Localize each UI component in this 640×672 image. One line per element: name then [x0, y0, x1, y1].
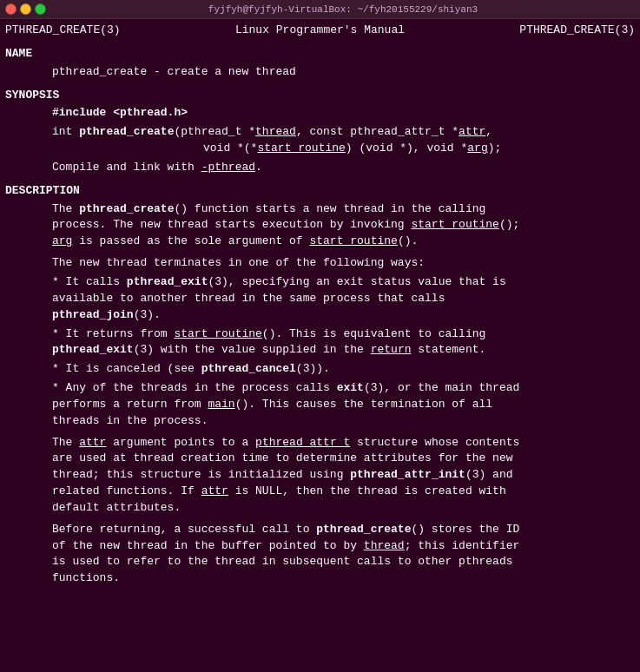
start-routine-ref2: start_routine	[309, 234, 397, 247]
bullet4: * Any of the threads in the process call…	[5, 380, 635, 430]
bullet2-end: statement.	[411, 343, 485, 356]
name-heading: NAME	[5, 46, 635, 63]
pthread-attr-t-ref: pthread_attr_t	[255, 436, 350, 449]
signature-line1: int pthread_create(pthread_t *thread, co…	[5, 124, 635, 141]
window-title: fyjfyh@fyjfyh-VirtualBox: ~/fyh20155229/…	[51, 4, 635, 15]
minimize-button[interactable]	[20, 3, 31, 15]
p4-line4: functions.	[52, 571, 120, 584]
desc-para3: The attr argument points to a pthread_at…	[5, 435, 635, 517]
p3-line3: thread; this structure is initialized us…	[52, 468, 350, 481]
pthread-attr-init-ref: pthread_attr_init	[350, 468, 465, 481]
include-line: #include <pthread.h>	[5, 105, 635, 122]
compile-period: .	[255, 161, 262, 174]
exit-ref: exit	[337, 381, 364, 394]
pthread-create-ref2: pthread_create	[316, 523, 411, 536]
p3-line2: are used at thread creation time to dete…	[52, 451, 513, 464]
attr-ref2: attr	[201, 484, 228, 497]
description-section: DESCRIPTION The pthread_create() functio…	[5, 183, 635, 587]
description-heading: DESCRIPTION	[5, 183, 635, 200]
attr-param: attr	[459, 125, 485, 138]
bullet1: * It calls pthread_exit(3), specifying a…	[5, 274, 635, 324]
bullet2-rest: (3) with the value supplied in the	[134, 343, 371, 356]
arg-param: arg	[467, 142, 487, 155]
close-button[interactable]	[5, 3, 16, 15]
desc-p1-line3: is passed as the sole argument of	[72, 234, 309, 247]
func-name: pthread_create	[79, 125, 174, 138]
p3-the: The	[52, 436, 79, 449]
bullet3-end: (3)).	[296, 362, 330, 375]
bullet4-prefix: * Any of the threads in the process call…	[52, 381, 337, 394]
p3-line5: default attributes.	[52, 501, 181, 514]
sig-line2-rest: ) (void *), void *	[346, 142, 467, 155]
signature-line2: void *(*start_routine) (void *), void *a…	[5, 141, 635, 157]
p3-mid: argument points to a	[106, 436, 255, 449]
start-routine-param: start_routine	[257, 142, 345, 155]
bullet2-prefix: * It returns from	[52, 327, 174, 340]
desc-p1-end: ().	[398, 234, 418, 247]
pthread-join-ref: pthread_join	[52, 308, 134, 321]
bullet1-prefix: * It calls	[52, 275, 127, 288]
p3-line4: related functions. If	[52, 484, 201, 497]
pthread-exit-ref2: pthread_exit	[52, 343, 134, 356]
bullet1-indent: available to another thread in the same …	[52, 292, 445, 305]
thread-ref2: thread	[364, 539, 405, 552]
desc-p2-text: The new thread terminates in one of the …	[52, 256, 425, 269]
start-routine-ref3: start_routine	[174, 327, 261, 340]
bullet3-prefix: * It is canceled (see	[52, 362, 201, 375]
desc-p1-func: pthread_create	[79, 202, 174, 215]
bullet2: * It returns from start_routine(). This …	[5, 326, 635, 359]
p4-line2b: ; this identifier	[405, 539, 520, 552]
p4-line2: of the new thread in the buffer pointed …	[52, 539, 364, 552]
terminal-content: PTHREAD_CREATE(3) Linux Programmer's Man…	[0, 19, 640, 672]
compile-line: Compile and link with -pthread.	[5, 160, 635, 176]
bullet2-mid: (). This is equivalent to calling	[262, 327, 485, 340]
start-routine-ref1: start_routine	[411, 218, 498, 231]
p4-line3: is used to refer to the thread in subseq…	[52, 555, 513, 568]
sig-close: );	[488, 142, 502, 155]
bullet3: * It is canceled (see pthread_cancel(3))…	[5, 361, 635, 378]
desc-p1-line2: process. The new thread starts execution…	[52, 218, 411, 231]
name-section: NAME pthread_create - create a new threa…	[5, 46, 635, 81]
pthread-exit-ref1: pthread_exit	[127, 275, 208, 288]
sig-comma: , const pthread_attr_t *	[296, 125, 459, 138]
header-center: Linux Programmer's Manual	[235, 23, 405, 39]
desc-para2: The new thread terminates in one of the …	[5, 255, 635, 272]
header-right: PTHREAD_CREATE(3)	[519, 23, 635, 39]
titlebar: fyjfyh@fyjfyh-VirtualBox: ~/fyh20155229/…	[0, 0, 640, 19]
return-ref: return	[371, 343, 412, 356]
pthread-flag: -pthread	[201, 161, 255, 174]
thread-param: thread	[255, 125, 296, 138]
maximize-button[interactable]	[35, 3, 46, 15]
desc-para4: Before returning, a successful call to p…	[5, 522, 635, 587]
p3-rest1: structure whose contents	[350, 436, 519, 449]
bullet4-mid: (3), or the main thread	[364, 381, 519, 394]
include-text: #include <pthread.h>	[52, 106, 188, 119]
synopsis-heading: SYNOPSIS	[5, 88, 635, 104]
sig-comma2: ,	[485, 125, 492, 138]
synopsis-section: SYNOPSIS #include <pthread.h> int pthrea…	[5, 88, 635, 176]
int-keyword: int	[52, 125, 79, 138]
man-page-header: PTHREAD_CREATE(3) Linux Programmer's Man…	[5, 23, 635, 39]
bullet4-line2: performs a return from	[52, 398, 208, 411]
arg-ref1: arg	[52, 234, 72, 247]
pthread-cancel-ref: pthread_cancel	[201, 362, 296, 375]
window-controls[interactable]	[5, 3, 46, 15]
desc-p1-the: The	[52, 202, 79, 215]
p3-line4b: is NULL, then the thread is created with	[228, 484, 506, 497]
bullet1-mid: (3), specifying an exit status value tha…	[208, 275, 505, 288]
bullet1-end: (3).	[134, 308, 161, 321]
header-left: PTHREAD_CREATE(3)	[5, 23, 121, 39]
p3-line3b: (3) and	[465, 468, 513, 481]
bullet4-paren: (). This causes the termination of all	[235, 398, 492, 411]
attr-ref1: attr	[79, 436, 106, 449]
name-text: pthread_create - create a new thread	[5, 64, 635, 81]
p4-line1b: () stores the ID	[411, 523, 519, 536]
desc-p1-rest1: () function starts a new thread in the c…	[174, 202, 485, 215]
desc-para1: The pthread_create() function starts a n…	[5, 201, 635, 251]
bullet4-line3: threads in the process.	[52, 414, 208, 427]
sig-params1: (pthread_t *	[174, 125, 255, 138]
main-ref: main	[208, 398, 234, 411]
desc-p1-parens: ();	[499, 218, 519, 231]
compile-text: Compile and link with	[52, 161, 201, 174]
sig-line2-text: void *(*	[203, 142, 257, 155]
